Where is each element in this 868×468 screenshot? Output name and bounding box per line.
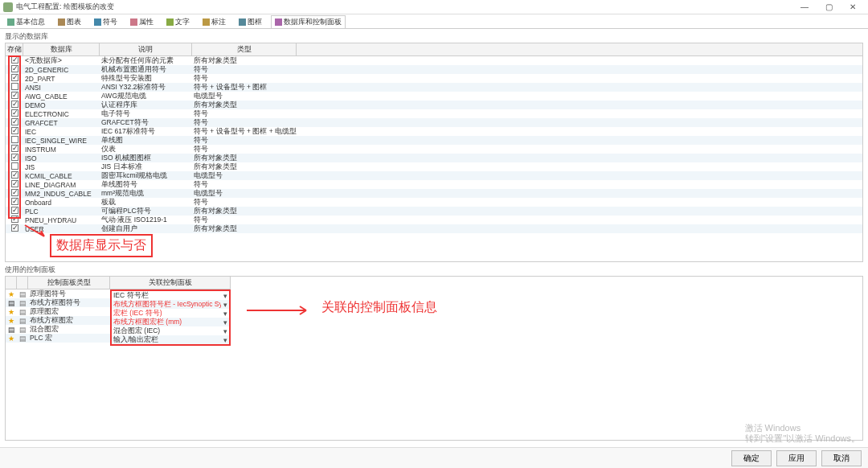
store-checkbox[interactable] — [11, 136, 18, 143]
store-checkbox[interactable] — [11, 216, 18, 223]
table-row[interactable]: USER创建自用户所有对象类型 — [6, 224, 862, 233]
table-row[interactable]: <无数据库>未分配有任何库的元素所有对象类型 — [6, 56, 862, 65]
table-row[interactable]: LINE_DIAGRAM单线图符号符号 — [6, 180, 862, 189]
store-checkbox[interactable] — [11, 92, 18, 99]
store-checkbox[interactable] — [11, 65, 18, 72]
store-checkbox[interactable] — [11, 56, 18, 64]
table-row[interactable]: JISJIS 日本标准所有对象类型 — [6, 162, 862, 171]
dropdown-icon[interactable]: ▾ — [221, 292, 229, 300]
tab-1[interactable]: 图表 — [54, 15, 85, 28]
list-item[interactable]: 布线方框图符号栏 - IecSynoptic SymbolPalette.xml… — [112, 300, 229, 309]
store-checkbox[interactable] — [11, 224, 18, 232]
table-row[interactable]: PNEU_HYDRAU气动·液压 ISO1219-1符号 — [6, 216, 862, 224]
col-linked-panel[interactable]: 关联控制面板 — [110, 277, 231, 289]
tab-label: 图表 — [67, 17, 81, 27]
store-checkbox[interactable] — [11, 171, 18, 179]
dropdown-icon[interactable]: ▾ — [221, 327, 229, 335]
store-checkbox[interactable] — [11, 154, 18, 161]
tab-bar: 基本信息图表符号属性文字标注图框数据库和控制面板 — [0, 14, 868, 29]
list-item[interactable]: IEC 符号栏▾ — [112, 291, 229, 300]
table-row[interactable]: KCMIL_CABLE圆密耳kcmil规格电缆电缆型号 — [6, 171, 862, 180]
tab-icon — [275, 18, 282, 26]
list-item[interactable]: 输入/输出宏栏▾ — [112, 335, 229, 344]
list-item[interactable]: 混合图宏 (IEC)▾ — [112, 326, 229, 335]
cell-db: JIS — [23, 163, 100, 171]
store-checkbox[interactable] — [11, 207, 18, 214]
tab-icon — [94, 18, 101, 26]
cancel-button[interactable]: 取消 — [821, 450, 862, 466]
table-row[interactable]: ELECTRONIC电子符号符号 — [6, 109, 862, 118]
table-row[interactable]: Onboard板载符号 — [6, 198, 862, 207]
col-icon2 — [17, 277, 28, 289]
titlebar: 电气工程配置: 绘图模板的改变 — ▢ ✕ — [0, 0, 868, 14]
store-checkbox[interactable] — [11, 101, 18, 108]
table-row[interactable]: DEMO认证程序库所有对象类型 — [6, 101, 862, 109]
cell-db: IEC — [23, 128, 100, 136]
store-checkbox[interactable] — [11, 83, 18, 90]
cell-db: 2D_PART — [23, 75, 100, 83]
apply-button[interactable]: 应用 — [776, 450, 817, 466]
list-item[interactable]: ★▤原理图符号 — [6, 289, 110, 298]
list-item[interactable]: ▤▤布线方框图符号 — [6, 298, 110, 307]
tab-label: 图框 — [248, 17, 262, 27]
store-checkbox[interactable] — [11, 145, 18, 152]
col-panel-type[interactable]: 控制面板类型 — [28, 277, 110, 289]
table-row[interactable]: GRAFCETGRAFCET符号符号 — [6, 118, 862, 127]
minimize-button[interactable]: — — [792, 2, 817, 11]
tab-icon — [239, 18, 246, 26]
list-item[interactable]: 布线方框图宏栏 (mm)▾ — [112, 318, 229, 326]
ok-button[interactable]: 确定 — [731, 450, 772, 466]
item-label: PLC 宏 — [28, 334, 110, 343]
maximize-button[interactable]: ▢ — [817, 2, 841, 11]
tab-6[interactable]: 图框 — [235, 15, 266, 28]
tab-4[interactable]: 文字 — [162, 15, 194, 28]
dropdown-icon[interactable]: ▾ — [221, 336, 229, 344]
db-grid-body: <无数据库>未分配有任何库的元素所有对象类型2D_GENERIC机械布置图通用符… — [6, 56, 862, 233]
dropdown-icon[interactable]: ▾ — [221, 301, 229, 309]
store-checkbox[interactable] — [11, 198, 18, 205]
star-icon: ★ — [6, 317, 17, 325]
tab-5[interactable]: 标注 — [199, 15, 230, 28]
table-row[interactable]: 2D_GENERIC机械布置图通用符号符号 — [6, 65, 862, 74]
db-panel: 存储 数据库 说明 类型 <无数据库>未分配有任何库的元素所有对象类型2D_GE… — [5, 43, 863, 262]
dropdown-icon[interactable]: ▾ — [221, 318, 229, 326]
store-checkbox[interactable] — [11, 189, 18, 196]
store-checkbox[interactable] — [11, 162, 18, 170]
dropdown-icon[interactable]: ▾ — [221, 310, 229, 318]
store-checkbox[interactable] — [11, 180, 18, 187]
store-checkbox[interactable] — [11, 127, 18, 134]
list-item[interactable]: ▤▤混合图宏 — [6, 325, 110, 334]
col-database[interactable]: 数据库 — [23, 43, 100, 55]
list-item[interactable]: ★▤PLC 宏 — [6, 334, 110, 343]
table-row[interactable]: MM2_INDUS_CABLEmm²规范电缆电缆型号 — [6, 189, 862, 198]
col-type[interactable]: 类型 — [192, 43, 297, 55]
col-desc[interactable]: 说明 — [100, 43, 192, 55]
table-row[interactable]: ISOISO 机械图图框所有对象类型 — [6, 154, 862, 162]
tab-0[interactable]: 基本信息 — [3, 15, 49, 28]
close-button[interactable]: ✕ — [841, 2, 865, 11]
list-item[interactable]: 宏栏 (IEC 符号)▾ — [112, 309, 229, 318]
table-row[interactable]: IECIEC 617标准符号符号 + 设备型号 + 图框 + 电缆型号 + 宏 — [6, 127, 862, 136]
window-title: 电气工程配置: 绘图模板的改变 — [16, 2, 792, 12]
cell-desc: 创建自用户 — [100, 224, 192, 234]
tab-3[interactable]: 属性 — [126, 15, 158, 28]
table-row[interactable]: 2D_PART特殊型号安装图符号 — [6, 74, 862, 83]
list-item[interactable]: ★▤布线方框图宏 — [6, 316, 110, 325]
list-item[interactable]: ★▤原理图宏 — [6, 307, 110, 316]
cell-db: KCMIL_CABLE — [23, 172, 100, 180]
tab-label: 属性 — [139, 17, 154, 27]
store-checkbox[interactable] — [11, 74, 18, 81]
table-row[interactable]: INSTRUM仪表符号 — [6, 145, 862, 154]
table-row[interactable]: PLC可编程PLC符号所有对象类型 — [6, 207, 862, 216]
col-store[interactable]: 存储 — [6, 43, 23, 55]
tab-icon — [166, 18, 174, 26]
store-checkbox[interactable] — [11, 118, 18, 125]
table-row[interactable]: ANSIANSI Y32.2标准符号符号 + 设备型号 + 图框 — [6, 83, 862, 92]
store-checkbox[interactable] — [11, 109, 18, 117]
cell-db: AWG_CABLE — [23, 92, 100, 101]
tab-2[interactable]: 符号 — [90, 15, 121, 28]
table-row[interactable]: AWG_CABLEAWG规范电缆电缆型号 — [6, 92, 862, 101]
item-label: 输入/输出宏栏 — [112, 335, 221, 345]
table-row[interactable]: IEC_SINGLE_WIRE单线图符号 — [6, 136, 862, 145]
tab-7[interactable]: 数据库和控制面板 — [271, 15, 346, 28]
